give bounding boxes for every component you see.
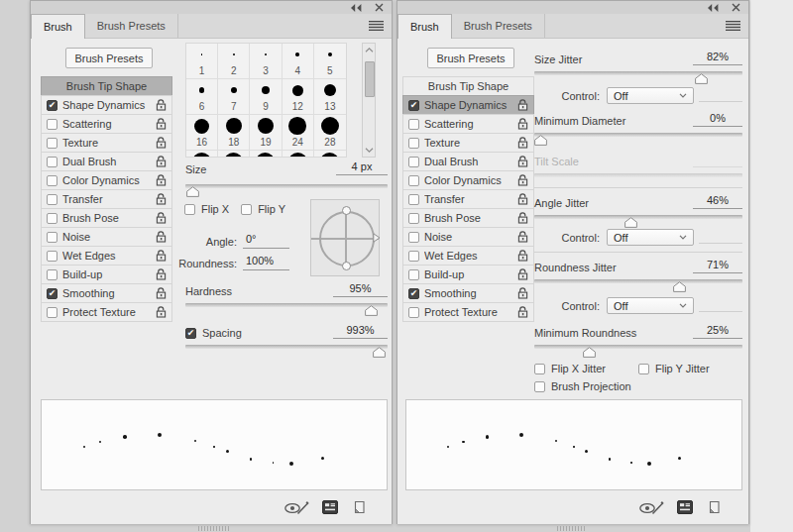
slider-track[interactable] [185,303,388,307]
build-up-checkbox[interactable] [47,269,57,280]
slider-track[interactable] [534,71,742,75]
list-item-smoothing[interactable]: ✔Smoothing [402,283,534,303]
lock-icon[interactable] [156,231,167,243]
roundness-jitter-slider[interactable] [534,273,742,289]
list-item-shape-dynamics[interactable]: ✔Shape Dynamics [402,95,534,115]
minimum-roundness-slider[interactable] [534,339,742,355]
brush-presets-button[interactable]: Brush Presets [427,48,514,68]
lock-icon[interactable] [156,137,167,149]
dial-angle-arrow-icon[interactable] [373,233,381,243]
list-item-noise[interactable]: Noise [41,227,172,247]
tab-brush-presets[interactable]: Brush Presets [452,14,545,38]
tilt-scale-slider[interactable] [534,167,742,183]
flip-y-jitter-checkbox[interactable] [638,364,649,374]
list-item-transfer[interactable]: Transfer [402,189,534,209]
texture-checkbox[interactable] [408,138,419,149]
transfer-checkbox[interactable] [47,194,57,205]
lock-icon[interactable] [517,250,528,262]
list-item-scattering[interactable]: Scattering [402,114,534,134]
slider-thumb[interactable] [624,217,637,228]
slider-thumb[interactable] [583,347,596,358]
close-panel-icon[interactable] [375,3,384,12]
brush-tip-cell-9[interactable]: 9 [250,79,282,115]
brush-tip-cell-13[interactable]: 13 [314,79,346,115]
shape-dynamics-checkbox[interactable]: ✔ [408,100,419,111]
dial-handle-bottom[interactable] [342,262,351,270]
list-item-texture[interactable]: Texture [41,133,172,153]
resize-gripper-right[interactable] [557,526,587,531]
flip-y-checkbox[interactable] [241,204,252,215]
brush-projection-checkbox[interactable] [534,381,545,392]
scrollbar-thumb[interactable] [365,61,375,97]
brush-tip-cell-28[interactable]: 28 [314,115,346,151]
slider-thumb[interactable] [186,186,199,197]
list-item-color-dynamics[interactable]: Color Dynamics [402,170,534,190]
lock-icon[interactable] [156,174,167,186]
tab-brush[interactable]: Brush [31,14,85,39]
lock-icon[interactable] [156,212,167,224]
wet-edges-checkbox[interactable] [47,251,57,262]
flip-x-jitter-checkbox[interactable] [534,364,545,374]
brush-tip-cell-partial[interactable] [250,151,282,158]
lock-icon[interactable] [517,231,528,243]
hardness-slider[interactable] [185,298,388,312]
size-slider[interactable] [185,179,388,193]
slider-track[interactable] [534,279,742,283]
slider-thumb[interactable] [373,347,386,358]
brush-pose-checkbox[interactable] [47,213,57,224]
tab-brush-presets[interactable]: Brush Presets [85,14,178,38]
flip-x-checkbox[interactable] [184,204,195,215]
brush-tip-cell-4[interactable]: 4 [283,44,314,79]
color-dynamics-checkbox[interactable] [408,175,419,186]
create-new-brush-icon[interactable] [351,500,366,515]
list-item-shape-dynamics[interactable]: ✔Shape Dynamics [41,95,172,115]
list-item-brush-pose[interactable]: Brush Pose [41,208,172,228]
brush-tip-cell-7[interactable]: 7 [218,79,250,115]
list-item-dual-brush[interactable]: Dual Brush [402,152,534,171]
list-item-noise[interactable]: Noise [402,227,534,247]
smoothing-checkbox[interactable]: ✔ [47,288,57,299]
lock-icon[interactable] [156,118,167,130]
scroll-down-arrow-icon[interactable] [363,144,375,157]
minimum-diameter-slider[interactable] [534,127,742,143]
list-item-color-dynamics[interactable]: Color Dynamics [41,170,172,190]
list-item-smoothing[interactable]: ✔Smoothing [41,283,172,303]
brush-tip-cell-2[interactable]: 2 [218,44,250,79]
slider-thumb[interactable] [365,305,378,316]
control-dropdown[interactable]: Off [607,229,694,246]
brush-tip-cell-1[interactable]: 1 [186,44,218,79]
color-dynamics-checkbox[interactable] [47,175,57,186]
lock-icon[interactable] [156,99,167,111]
list-item-wet-edges[interactable]: Wet Edges [41,246,172,266]
build-up-checkbox[interactable] [408,269,419,280]
smoothing-checkbox[interactable]: ✔ [408,288,419,299]
toggle-bristle-brush-preview-icon[interactable] [638,499,664,515]
lock-icon[interactable] [517,193,528,205]
control-dropdown[interactable]: Off [607,87,694,104]
lock-icon[interactable] [156,287,167,299]
list-item-brush-tip-shape[interactable]: Brush Tip Shape [41,76,172,96]
transfer-checkbox[interactable] [408,194,419,205]
open-preset-manager-icon[interactable] [677,500,693,514]
lock-icon[interactable] [156,268,167,280]
slider-track[interactable] [534,173,742,177]
close-panel-icon[interactable] [732,3,740,12]
list-item-wet-edges[interactable]: Wet Edges [402,246,534,266]
protect-texture-checkbox[interactable] [47,307,57,318]
brush-tip-cell-19[interactable]: 19 [250,115,282,151]
protect-texture-checkbox[interactable] [408,307,419,318]
brush-tip-cell-18[interactable]: 18 [218,115,250,151]
slider-track[interactable] [534,133,742,137]
lock-icon[interactable] [517,174,528,186]
brush-tip-cell-3[interactable]: 3 [250,44,282,79]
scattering-checkbox[interactable] [408,119,419,130]
brush-tip-cell-partial[interactable] [283,151,314,158]
slider-thumb[interactable] [534,135,547,146]
lock-icon[interactable] [517,118,528,130]
shape-dynamics-checkbox[interactable]: ✔ [47,100,57,111]
list-item-protect-texture[interactable]: Protect Texture [402,302,534,322]
list-item-dual-brush[interactable]: Dual Brush [41,152,172,171]
panel-menu-icon[interactable] [369,21,384,31]
scattering-checkbox[interactable] [47,119,57,130]
slider-track[interactable] [534,345,742,349]
